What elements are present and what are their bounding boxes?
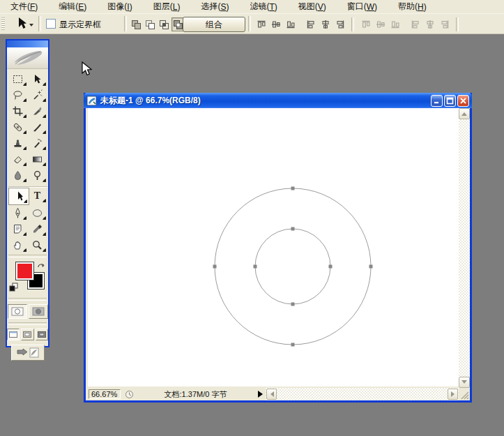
tool-grid: T [7, 69, 48, 253]
screen-mode-row [7, 326, 48, 343]
align-buttons [254, 17, 463, 31]
type-tool[interactable]: T [28, 188, 47, 204]
canvas[interactable] [88, 108, 459, 386]
hand-tool[interactable] [8, 237, 28, 253]
menu-bar: 文件(F)编辑(E)图像(I)图层(L)选择(S)滤镜(T)视图(V)窗口(W)… [0, 0, 504, 14]
add-shape-area-icon[interactable] [130, 17, 143, 31]
history-brush-tool[interactable] [28, 135, 47, 151]
tool-dropdown-icon[interactable] [29, 24, 33, 29]
menu-file[interactable]: 文件(F) [0, 0, 48, 13]
show-bounding-box-checkbox[interactable] [46, 19, 56, 29]
fullscreen-with-menubar-mode-button[interactable] [21, 329, 33, 340]
align-right-edges-button[interactable] [333, 18, 347, 31]
color-area [7, 259, 48, 296]
minimize-button[interactable] [431, 95, 443, 107]
slice-tool[interactable] [28, 103, 47, 119]
magic-wand-tool[interactable] [28, 87, 47, 103]
document-window: 未标题-1 @ 66.7%(RGB/8) 66.67% [84, 93, 472, 403]
standard-screen-mode-button[interactable] [7, 329, 20, 340]
subtract-shape-area-icon[interactable] [144, 17, 157, 31]
eraser-tool[interactable] [8, 151, 28, 167]
combine-button[interactable]: 组合 [183, 17, 245, 32]
timer-icon[interactable] [123, 389, 135, 400]
menu-filter[interactable]: 滤镜(T) [239, 0, 287, 13]
active-tool-icon [12, 17, 30, 31]
scroll-right-icon[interactable] [448, 389, 458, 400]
separator [8, 298, 47, 301]
options-bar-grip[interactable] [1, 16, 5, 31]
fullscreen-mode-button[interactable] [36, 329, 48, 340]
zoom-tool[interactable] [28, 237, 47, 253]
separator [248, 16, 251, 31]
photoshop-app: 文件(F)编辑(E)图像(I)图层(L)选择(S)滤镜(T)视图(V)窗口(W)… [0, 0, 504, 436]
intersect-shape-area-icon[interactable] [158, 17, 171, 31]
quick-mask-mode-button[interactable] [29, 304, 48, 319]
maximize-button[interactable] [444, 95, 456, 107]
shape-area-buttons [130, 17, 185, 31]
separator [8, 255, 47, 257]
brush-tool[interactable] [28, 119, 47, 135]
align-horizontal-centers-button[interactable] [318, 18, 333, 31]
status-menu-arrow-icon[interactable] [256, 389, 266, 400]
horizontal-scrollbar[interactable] [266, 388, 459, 400]
mask-mode-row [7, 302, 48, 321]
menu-image[interactable]: 图像(I) [97, 0, 142, 13]
document-title: 未标题-1 @ 66.7%(RGB/8) [100, 95, 429, 107]
jump-to-imageready-button[interactable] [11, 345, 45, 361]
photoshop-feather-icon [7, 47, 48, 69]
dodge-tool[interactable] [28, 167, 47, 183]
menu-select[interactable]: 选择(S) [190, 0, 239, 13]
document-icon [86, 96, 97, 106]
healing-brush-tool[interactable] [8, 119, 28, 135]
resize-grip[interactable] [459, 388, 470, 400]
menu-help[interactable]: 帮助(H) [388, 0, 437, 13]
swap-colors-icon[interactable] [37, 260, 46, 273]
scroll-up-icon[interactable] [459, 108, 470, 119]
foreground-color-swatch[interactable] [15, 262, 34, 280]
distribute-top-edges-button [358, 18, 373, 31]
default-colors-icon[interactable] [9, 282, 18, 294]
clone-stamp-tool[interactable] [8, 135, 28, 151]
svg-text:T: T [34, 190, 41, 201]
align-top-edges-button[interactable] [254, 18, 268, 31]
separator [38, 16, 41, 31]
scroll-left-icon[interactable] [266, 389, 277, 400]
distribute-right-edges-button [437, 18, 452, 31]
zoom-field[interactable]: 66.67% [89, 389, 121, 399]
document-size-info: 文档:1.37M/0 字节 [135, 389, 256, 400]
standard-mode-button[interactable] [8, 304, 27, 319]
options-bar: 显示定界框 组合 [0, 14, 504, 34]
lasso-tool[interactable] [8, 87, 28, 103]
scroll-down-icon[interactable] [459, 377, 470, 388]
pen-tool[interactable] [8, 205, 28, 221]
align-left-edges-button[interactable] [303, 18, 318, 31]
menu-layer[interactable]: 图层(L) [143, 0, 191, 13]
crop-tool[interactable] [8, 103, 28, 119]
notes-tool[interactable] [8, 221, 28, 237]
menu-view[interactable]: 视图(V) [288, 0, 337, 13]
toolbox-titlebar[interactable] [7, 40, 48, 47]
move-tool[interactable] [28, 71, 47, 87]
document-titlebar[interactable]: 未标题-1 @ 66.7%(RGB/8) [84, 93, 472, 108]
menu-edit[interactable]: 编辑(E) [48, 0, 97, 13]
separator [8, 322, 47, 325]
gradient-tool[interactable] [28, 151, 47, 167]
separator [124, 16, 127, 31]
vertical-scrollbar[interactable] [459, 108, 470, 388]
show-bounding-box-label: 显示定界框 [59, 19, 101, 31]
menu-window[interactable]: 窗口(W) [337, 0, 388, 13]
jump-row [7, 343, 48, 361]
status-bar: 66.67% 文档:1.37M/0 字节 [88, 388, 266, 400]
align-vertical-centers-button[interactable] [268, 18, 283, 31]
blur-tool[interactable] [8, 167, 28, 183]
toolbox-palette: T [6, 39, 49, 347]
eyedropper-tool[interactable] [28, 221, 47, 237]
rectangular-marquee-tool[interactable] [8, 71, 28, 87]
close-button[interactable] [457, 95, 469, 107]
distribute-left-edges-button [408, 18, 422, 31]
align-bottom-edges-button[interactable] [283, 18, 298, 31]
distribute-vertical-centers-button [373, 18, 388, 31]
mouse-cursor [82, 61, 94, 81]
path-selection-tool[interactable] [8, 188, 29, 205]
ellipse-tool[interactable] [28, 205, 47, 221]
